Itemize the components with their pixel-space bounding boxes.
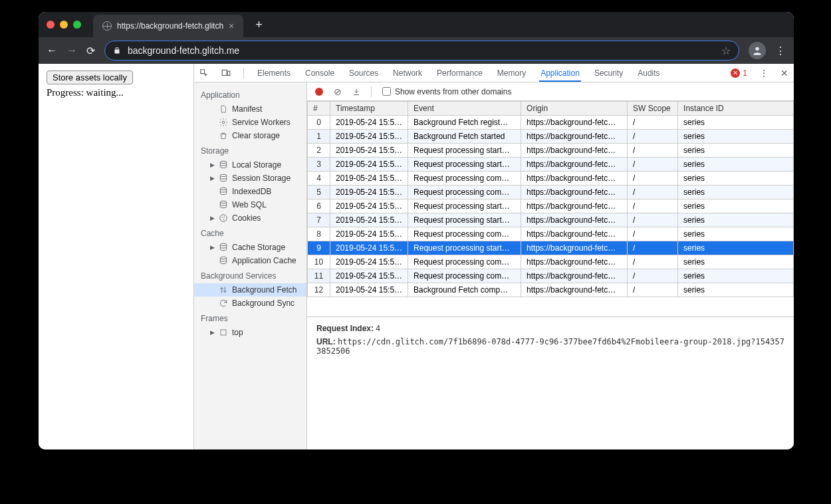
devtools-tab-elements[interactable]: Elements [256, 64, 292, 82]
event-row[interactable]: 22019-05-24 15:5…Request processing star… [308, 144, 794, 158]
svg-rect-14 [221, 330, 226, 335]
sidebar-item-indexeddb[interactable]: ▶IndexedDB [194, 185, 306, 198]
save-button[interactable] [352, 88, 360, 96]
browser-menu-icon[interactable]: ⋮ [775, 45, 786, 57]
devtools-tab-performance[interactable]: Performance [435, 64, 484, 82]
col-event[interactable]: Event [408, 102, 521, 116]
devtools-tabstrip: ElementsConsoleSourcesNetworkPerformance… [194, 64, 794, 82]
sidebar-item-web-sql[interactable]: ▶Web SQL [194, 198, 306, 211]
cookie-icon [219, 213, 228, 223]
sidebar-item-cookies[interactable]: ▶Cookies [194, 211, 306, 225]
col-instance-id[interactable]: Instance ID [678, 102, 794, 116]
sidebar-item-application-cache[interactable]: ▶Application Cache [194, 254, 306, 267]
event-row[interactable]: 122019-05-24 15:5…Background Fetch comp…… [308, 283, 794, 297]
sidebar-item-background-sync[interactable]: ▶Background Sync [194, 297, 306, 310]
request-index-value: 4 [376, 324, 380, 333]
maximize-window-button[interactable] [73, 21, 81, 29]
events-table-wrap[interactable]: #TimestampEventOriginSW ScopeInstance ID… [307, 101, 794, 316]
devtools-tab-security[interactable]: Security [593, 64, 624, 82]
sidebar-item-clear-storage[interactable]: ▶Clear storage [194, 129, 306, 142]
clear-button[interactable]: ⊘ [334, 86, 342, 97]
device-toolbar-icon[interactable] [221, 68, 231, 78]
file-icon [219, 104, 228, 114]
col-origin[interactable]: Origin [521, 102, 628, 116]
address-bar[interactable]: background-fetch.glitch.me ☆ [104, 41, 739, 61]
col--[interactable]: # [308, 102, 330, 116]
event-row[interactable]: 62019-05-24 15:5…Request processing star… [308, 199, 794, 213]
db-icon [219, 187, 228, 196]
devtools-tab-memory[interactable]: Memory [496, 64, 527, 82]
reload-button[interactable]: ⟳ [86, 45, 95, 57]
svg-rect-1 [222, 70, 227, 75]
profile-avatar[interactable] [749, 42, 766, 59]
svg-point-11 [223, 219, 224, 219]
request-index-label: Request Index: [316, 324, 374, 333]
events-table: #TimestampEventOriginSW ScopeInstance ID… [307, 101, 794, 297]
devtools-tab-audits[interactable]: Audits [636, 64, 661, 82]
db-icon [219, 256, 228, 265]
window-titlebar: https://background-fetch.glitch × + [39, 12, 794, 37]
error-badge[interactable]: ✕ 1 [731, 68, 747, 78]
new-tab-button[interactable]: + [249, 18, 269, 32]
db-icon [219, 174, 228, 183]
db-icon [219, 243, 228, 252]
svg-point-5 [220, 174, 226, 177]
inspect-element-icon[interactable] [199, 68, 209, 78]
application-main: ⊘ Show events from other domains [307, 82, 794, 449]
sidebar-section-application: Application [194, 86, 306, 102]
sidebar-item-local-storage[interactable]: ▶Local Storage [194, 158, 306, 172]
chevron-right-icon: ▶ [210, 329, 215, 336]
forward-button[interactable]: → [66, 45, 77, 57]
col-timestamp[interactable]: Timestamp [330, 102, 408, 116]
back-button[interactable]: ← [47, 45, 57, 57]
bookmark-star-icon[interactable]: ☆ [721, 45, 731, 57]
browser-tab[interactable]: https://background-fetch.glitch × [93, 15, 243, 37]
toolbar-row: ← → ⟳ background-fetch.glitch.me ☆ ⋮ [39, 37, 794, 64]
event-row[interactable]: 52019-05-24 15:5…Request processing com…… [308, 186, 794, 199]
event-row[interactable]: 42019-05-24 15:5…Request processing com…… [308, 172, 794, 186]
event-row[interactable]: 02019-05-24 15:5…Background Fetch regist… [308, 116, 794, 130]
svg-point-6 [220, 188, 226, 190]
record-button[interactable] [315, 88, 323, 96]
progress-text: Progress: waiting... [47, 87, 185, 98]
close-tab-icon[interactable]: × [229, 21, 234, 31]
close-window-button[interactable] [47, 21, 55, 29]
minimize-window-button[interactable] [60, 21, 68, 29]
devtools-tab-application[interactable]: Application [539, 64, 581, 82]
svg-point-7 [220, 201, 226, 203]
devtools-menu-icon[interactable]: ⋮ [759, 68, 769, 78]
sidebar-section-cache: Cache [194, 225, 306, 241]
chevron-right-icon: ▶ [210, 175, 215, 182]
sidebar-item-top[interactable]: ▶top [194, 326, 306, 339]
svg-point-3 [222, 121, 225, 124]
event-row[interactable]: 92019-05-24 15:5…Request processing star… [308, 241, 794, 255]
url-value: https://cdn.glitch.com/7f1b6896-078d-477… [316, 337, 784, 356]
event-row[interactable]: 72019-05-24 15:5…Request processing star… [308, 213, 794, 227]
event-row[interactable]: 112019-05-24 15:5…Request processing com… [308, 269, 794, 283]
sidebar-item-background-fetch[interactable]: ▶Background Fetch [194, 283, 306, 297]
col-sw-scope[interactable]: SW Scope [628, 102, 678, 116]
trash-icon [219, 131, 228, 140]
chevron-right-icon: ▶ [210, 244, 215, 251]
event-detail-pane: Request Index: 4 URL: https://cdn.glitch… [307, 316, 794, 362]
sidebar-item-manifest[interactable]: ▶Manifest [194, 102, 306, 116]
event-row[interactable]: 82019-05-24 15:5…Request processing com…… [308, 227, 794, 241]
event-row[interactable]: 102019-05-24 15:5…Request processing com… [308, 255, 794, 269]
svg-point-0 [755, 47, 759, 51]
svg-point-8 [220, 215, 227, 222]
devtools-tab-sources[interactable]: Sources [348, 64, 380, 82]
application-sidebar: Application▶Manifest▶Service Workers▶Cle… [194, 82, 307, 449]
sidebar-item-service-workers[interactable]: ▶Service Workers [194, 116, 306, 129]
devtools-tab-console[interactable]: Console [304, 64, 336, 82]
sidebar-item-session-storage[interactable]: ▶Session Storage [194, 172, 306, 185]
sidebar-item-cache-storage[interactable]: ▶Cache Storage [194, 241, 306, 254]
show-other-domains-checkbox[interactable]: Show events from other domains [382, 87, 511, 96]
store-assets-button[interactable]: Store assets locally [47, 70, 133, 84]
event-row[interactable]: 12019-05-24 15:5…Background Fetch starte… [308, 130, 794, 144]
devtools-tab-network[interactable]: Network [392, 64, 423, 82]
event-row[interactable]: 32019-05-24 15:5…Request processing star… [308, 158, 794, 172]
devtools-close-icon[interactable]: ✕ [780, 68, 788, 78]
chevron-right-icon: ▶ [210, 215, 215, 221]
svg-point-9 [222, 217, 223, 217]
sidebar-section-frames: Frames [194, 310, 306, 326]
